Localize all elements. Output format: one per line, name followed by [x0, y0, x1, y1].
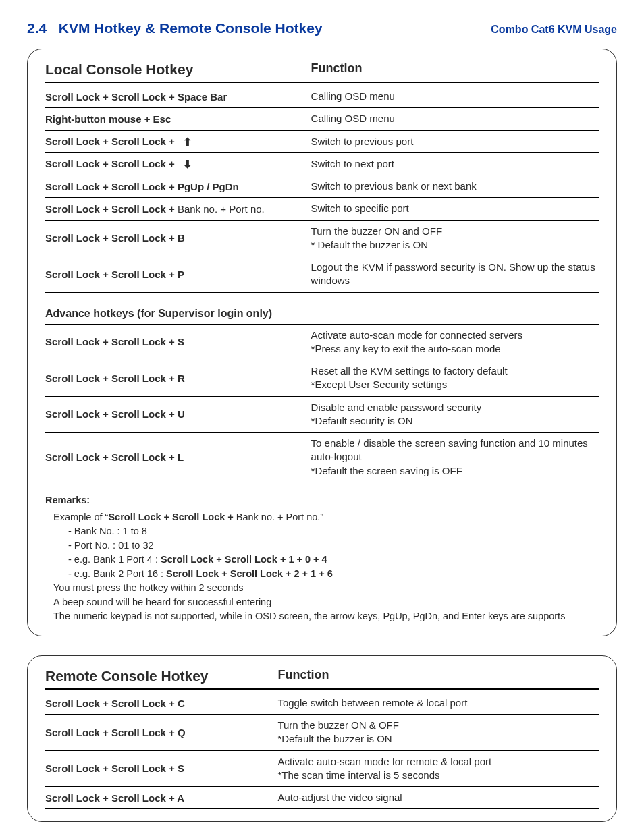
table-row: Scroll Lock + Scroll Lock + B Turn the b… [45, 221, 599, 257]
table-row: Scroll Lock + Scroll Lock + ⬆ Switch to … [45, 131, 599, 153]
func-cell: Switch to previous port [311, 135, 599, 148]
hotkey-cell: Scroll Lock + Scroll Lock + ⬆ [45, 135, 311, 148]
table-row: Scroll Lock + Scroll Lock + A Auto-adjus… [45, 787, 599, 809]
remarks-bullet: - e.g. Bank 1 Port 4 : Scroll Lock + Scr… [68, 553, 599, 567]
remarks-note: The numeric keypad is not supported, whi… [53, 609, 599, 623]
remote-title: Remote Console Hotkey [45, 668, 277, 684]
local-title: Local Console Hotkey [45, 61, 311, 78]
remarks-line: Example of “Scroll Lock + Scroll Lock + … [53, 510, 599, 524]
hotkey-cell: Right-button mouse + Esc [45, 113, 311, 125]
section-title: 2.4 KVM Hotkey & Remote Console Hotkey [27, 20, 323, 36]
remote-table-header: Remote Console Hotkey Function [45, 668, 599, 690]
func-cell: Switch to specific port [311, 202, 599, 215]
remarks-note: A beep sound will be heard for successfu… [53, 595, 599, 609]
remarks-block: Remarks: Example of “Scroll Lock + Scrol… [38, 493, 599, 623]
hotkey-cell: Scroll Lock + Scroll Lock + S [45, 336, 311, 348]
table-row: Scroll Lock + Scroll Lock + U Disable an… [45, 397, 599, 433]
local-table-header: Local Console Hotkey Function [45, 61, 599, 83]
hotkey-cell: Scroll Lock + Scroll Lock + P [45, 269, 311, 280]
table-row: Scroll Lock + Scroll Lock + PgUp / PgDn … [45, 175, 599, 198]
section-name: KVM Hotkey & Remote Console Hotkey [59, 20, 323, 36]
hotkey-cell: Scroll Lock + Scroll Lock + Q [45, 727, 277, 738]
table-row: Scroll Lock + Scroll Lock + S Activate a… [45, 325, 599, 361]
hotkey-cell: Scroll Lock + Scroll Lock + L [45, 451, 311, 463]
hotkey-cell: Scroll Lock + Scroll Lock + Space Bar [45, 91, 311, 103]
table-row: Scroll Lock + Scroll Lock + C Toggle swi… [45, 692, 599, 715]
header-right: Combo Cat6 KVM Usage [491, 24, 617, 36]
remote-func-title: Function [277, 668, 599, 684]
table-row: Scroll Lock + Scroll Lock + ⬇ Switch to … [45, 153, 599, 175]
func-cell: Auto-adjust the video signal [277, 791, 599, 804]
func-cell: Toggle switch between remote & local por… [277, 696, 599, 710]
func-cell: Disable and enable password security*Def… [311, 401, 599, 428]
arrow-up-icon: ⬆ [183, 136, 192, 148]
remarks-bullet: Bank No. : 1 to 8 [68, 524, 599, 538]
func-cell: Reset all the KVM settings to factory de… [311, 364, 599, 392]
func-cell: Switch to next port [311, 157, 599, 171]
func-cell: To enable / disable the screen saving fu… [311, 437, 599, 478]
func-cell: Calling OSD menu [311, 112, 599, 126]
table-row: Scroll Lock + Scroll Lock + Space Bar Ca… [45, 86, 599, 108]
table-row: Right-button mouse + Esc Calling OSD men… [45, 108, 599, 130]
page-header: 2.4 KVM Hotkey & Remote Console Hotkey C… [27, 20, 617, 36]
local-func-title: Function [311, 61, 599, 78]
table-row: Scroll Lock + Scroll Lock + S Activate a… [45, 751, 599, 787]
func-cell: Calling OSD menu [311, 90, 599, 103]
hotkey-cell: Scroll Lock + Scroll Lock + C [45, 698, 277, 709]
hotkey-cell: Scroll Lock + Scroll Lock + ⬇ [45, 157, 311, 170]
func-cell: Turn the buzzer ON and OFF* Default the … [311, 225, 599, 252]
table-row: Scroll Lock + Scroll Lock + P Logout the… [45, 256, 599, 293]
func-cell: Activate auto-scan mode for connected se… [311, 329, 599, 356]
func-cell: Activate auto-scan mode for remote & loc… [277, 755, 599, 783]
hotkey-cell: Scroll Lock + Scroll Lock + PgUp / PgDn [45, 181, 311, 192]
remarks-note: You must press the hotkey within 2 secon… [53, 581, 599, 595]
section-number: 2.4 [27, 20, 47, 36]
func-cell: Switch to previous bank or next bank [311, 179, 599, 193]
arrow-down-icon: ⬇ [183, 158, 192, 171]
hotkey-cell: Scroll Lock + Scroll Lock + B [45, 232, 311, 244]
hotkey-cell: Scroll Lock + Scroll Lock + S [45, 762, 277, 774]
remarks-bullet: Port No. : 01 to 32 [68, 538, 599, 553]
func-cell: Turn the buzzer ON & OFF*Default the buz… [277, 719, 599, 746]
remarks-title: Remarks: [45, 493, 599, 507]
hotkey-cell: Scroll Lock + Scroll Lock + Bank no. + P… [45, 203, 311, 215]
table-row: Scroll Lock + Scroll Lock + R Reset all … [45, 360, 599, 397]
table-row: Scroll Lock + Scroll Lock + L To enable … [45, 433, 599, 482]
table-row: Scroll Lock + Scroll Lock + Bank no. + P… [45, 198, 599, 220]
hotkey-cell: Scroll Lock + Scroll Lock + A [45, 792, 277, 804]
remarks-bullet: - e.g. Bank 2 Port 16 : Scroll Lock + Sc… [68, 567, 599, 581]
table-row: Scroll Lock + Scroll Lock + Q Turn the b… [45, 715, 599, 751]
advance-hotkeys-title: Advance hotkeys (for Supervisor login on… [45, 308, 599, 320]
hotkey-cell: Scroll Lock + Scroll Lock + R [45, 372, 311, 384]
hotkey-cell: Scroll Lock + Scroll Lock + U [45, 408, 311, 420]
remote-hotkey-panel: Remote Console Hotkey Function Scroll Lo… [27, 655, 617, 823]
local-hotkey-panel: Local Console Hotkey Function Scroll Loc… [27, 49, 617, 636]
func-cell: Logout the KVM if password security is O… [311, 260, 599, 288]
